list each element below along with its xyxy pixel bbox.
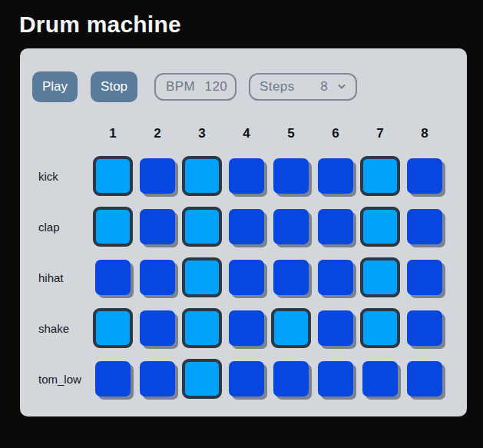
track-label-hihat: hihat xyxy=(32,271,64,284)
steps-label: Steps xyxy=(260,79,294,95)
step-number-4: 4 xyxy=(243,126,250,141)
bpm-input[interactable] xyxy=(195,79,227,95)
pad-kick-2[interactable] xyxy=(140,158,175,194)
pad-hihat-4[interactable] xyxy=(229,260,264,295)
pad-clap-1[interactable] xyxy=(93,207,133,247)
sequencer-grid: 12345678kickclaphihatshaketom_low xyxy=(32,124,467,397)
steps-value: 8 xyxy=(320,79,328,95)
pad-shake-7[interactable] xyxy=(360,308,400,348)
pad-tom_low-6[interactable] xyxy=(318,361,353,397)
pad-clap-8[interactable] xyxy=(407,209,442,244)
play-button[interactable]: Play xyxy=(32,71,78,102)
step-number-8: 8 xyxy=(421,126,428,141)
pad-tom_low-7[interactable] xyxy=(362,361,398,397)
pad-clap-3[interactable] xyxy=(182,207,222,247)
step-number-5: 5 xyxy=(287,126,294,141)
page-title: Drum machine xyxy=(19,11,483,38)
pad-kick-3[interactable] xyxy=(182,156,222,196)
pad-hihat-7[interactable] xyxy=(360,257,400,297)
step-number-6: 6 xyxy=(332,126,339,141)
pad-hihat-6[interactable] xyxy=(318,260,353,295)
pad-clap-7[interactable] xyxy=(360,207,400,247)
pad-tom_low-5[interactable] xyxy=(273,361,309,397)
pad-tom_low-8[interactable] xyxy=(407,361,442,397)
track-label-shake: shake xyxy=(32,322,69,335)
pad-kick-5[interactable] xyxy=(273,158,309,194)
drum-panel: Play Stop BPM Steps 8 12345678kickclaphi… xyxy=(20,48,467,416)
pad-kick-7[interactable] xyxy=(360,156,400,196)
step-number-7: 7 xyxy=(376,126,383,141)
pad-clap-5[interactable] xyxy=(273,209,309,244)
pad-shake-3[interactable] xyxy=(182,308,222,348)
pad-hihat-5[interactable] xyxy=(273,260,309,295)
track-label-tom_low: tom_low xyxy=(32,373,81,386)
pad-kick-4[interactable] xyxy=(229,158,264,194)
pad-hihat-2[interactable] xyxy=(140,260,175,295)
pad-shake-6[interactable] xyxy=(318,310,353,346)
transport-controls: Play Stop BPM Steps 8 xyxy=(32,71,467,102)
pad-shake-5[interactable] xyxy=(271,308,311,348)
step-number-2: 2 xyxy=(154,126,160,141)
pad-shake-4[interactable] xyxy=(229,310,264,346)
stop-button[interactable]: Stop xyxy=(91,71,137,102)
track-label-kick: kick xyxy=(32,170,58,183)
pad-clap-4[interactable] xyxy=(229,209,264,244)
pad-hihat-8[interactable] xyxy=(407,260,442,295)
track-label-clap: clap xyxy=(32,221,60,234)
pad-shake-8[interactable] xyxy=(407,310,442,346)
pad-hihat-3[interactable] xyxy=(182,257,222,297)
pad-tom_low-4[interactable] xyxy=(229,361,264,397)
pad-kick-6[interactable] xyxy=(318,158,353,194)
pad-clap-6[interactable] xyxy=(318,209,353,244)
pad-shake-1[interactable] xyxy=(93,308,133,348)
bpm-group: BPM xyxy=(154,73,237,101)
step-number-1: 1 xyxy=(109,126,116,141)
pad-kick-1[interactable] xyxy=(93,156,133,196)
pad-hihat-1[interactable] xyxy=(95,260,131,295)
pad-tom_low-1[interactable] xyxy=(95,361,131,397)
pad-clap-2[interactable] xyxy=(140,209,175,244)
pad-tom_low-2[interactable] xyxy=(140,361,175,397)
bpm-label: BPM xyxy=(166,79,195,95)
step-number-3: 3 xyxy=(198,126,205,141)
pad-tom_low-3[interactable] xyxy=(182,359,222,399)
pad-kick-8[interactable] xyxy=(407,158,442,194)
chevron-down-icon xyxy=(337,82,346,91)
steps-select[interactable]: Steps 8 xyxy=(249,73,357,101)
pad-shake-2[interactable] xyxy=(140,310,175,346)
